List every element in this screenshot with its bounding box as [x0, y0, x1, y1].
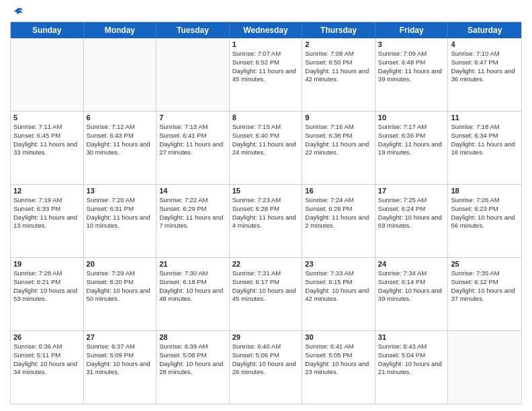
day-cell-27: 27Sunrise: 6:37 AM Sunset: 5:09 PM Dayli… [84, 331, 157, 404]
day-cell-8: 8Sunrise: 7:15 AM Sunset: 6:40 PM Daylig… [230, 111, 303, 184]
weekday-header-monday: Monday [84, 22, 157, 38]
day-cell-6: 6Sunrise: 7:12 AM Sunset: 6:43 PM Daylig… [84, 111, 157, 184]
day-info: Sunrise: 6:37 AM Sunset: 5:09 PM Dayligh… [87, 342, 154, 377]
day-number: 18 [451, 187, 519, 195]
day-number: 20 [87, 260, 154, 268]
weekday-header-friday: Friday [375, 22, 449, 38]
day-cell-19: 19Sunrise: 7:28 AM Sunset: 6:21 PM Dayli… [11, 258, 84, 330]
weekday-header-sunday: Sunday [11, 22, 84, 38]
day-cell-15: 15Sunrise: 7:23 AM Sunset: 6:28 PM Dayli… [230, 185, 303, 257]
day-cell-12: 12Sunrise: 7:19 AM Sunset: 6:33 PM Dayli… [11, 185, 84, 257]
day-cell-5: 5Sunrise: 7:11 AM Sunset: 6:45 PM Daylig… [11, 111, 84, 184]
day-info: Sunrise: 7:10 AM Sunset: 6:47 PM Dayligh… [451, 50, 519, 84]
day-number: 10 [378, 113, 445, 122]
day-number: 7 [159, 113, 226, 122]
day-number: 4 [451, 40, 519, 48]
calendar: SundayMondayTuesdayWednesdayThursdayFrid… [10, 21, 522, 404]
empty-cell [84, 38, 157, 111]
day-cell-13: 13Sunrise: 7:20 AM Sunset: 6:31 PM Dayli… [84, 185, 157, 257]
calendar-row-4: 26Sunrise: 6:36 AM Sunset: 5:11 PM Dayli… [11, 331, 521, 404]
day-info: Sunrise: 6:41 AM Sunset: 5:05 PM Dayligh… [305, 342, 372, 377]
day-info: Sunrise: 7:13 AM Sunset: 6:41 PM Dayligh… [159, 123, 226, 157]
day-cell-17: 17Sunrise: 7:25 AM Sunset: 6:24 PM Dayli… [375, 185, 449, 257]
day-number: 15 [232, 187, 300, 195]
day-cell-16: 16Sunrise: 7:24 AM Sunset: 6:26 PM Dayli… [302, 185, 375, 257]
day-number: 12 [13, 187, 81, 195]
day-info: Sunrise: 7:19 AM Sunset: 6:33 PM Dayligh… [13, 196, 81, 230]
day-info: Sunrise: 6:43 AM Sunset: 5:04 PM Dayligh… [378, 342, 445, 377]
day-cell-7: 7Sunrise: 7:13 AM Sunset: 6:41 PM Daylig… [157, 111, 230, 184]
empty-cell [11, 38, 84, 111]
day-info: Sunrise: 7:16 AM Sunset: 6:38 PM Dayligh… [305, 123, 372, 157]
calendar-header: SundayMondayTuesdayWednesdayThursdayFrid… [11, 22, 521, 38]
weekday-header-wednesday: Wednesday [230, 22, 303, 38]
day-number: 13 [87, 187, 154, 195]
day-number: 25 [451, 260, 519, 268]
day-cell-11: 11Sunrise: 7:18 AM Sunset: 6:34 PM Dayli… [448, 111, 521, 184]
day-info: Sunrise: 7:17 AM Sunset: 6:36 PM Dayligh… [378, 123, 445, 157]
empty-cell [157, 38, 230, 111]
weekday-header-tuesday: Tuesday [157, 22, 230, 38]
empty-cell [448, 331, 521, 404]
day-number: 2 [305, 40, 372, 48]
day-cell-23: 23Sunrise: 7:33 AM Sunset: 6:15 PM Dayli… [302, 258, 375, 330]
day-number: 28 [159, 333, 226, 341]
day-cell-21: 21Sunrise: 7:30 AM Sunset: 6:18 PM Dayli… [157, 258, 230, 330]
day-info: Sunrise: 7:18 AM Sunset: 6:34 PM Dayligh… [451, 123, 519, 157]
day-number: 24 [378, 260, 445, 268]
day-number: 14 [159, 187, 226, 195]
calendar-row-0: 1Sunrise: 7:07 AM Sunset: 6:52 PM Daylig… [11, 38, 521, 111]
day-number: 5 [13, 113, 81, 122]
day-number: 3 [378, 40, 445, 48]
day-cell-10: 10Sunrise: 7:17 AM Sunset: 6:36 PM Dayli… [375, 111, 449, 184]
page: SundayMondayTuesdayWednesdayThursdayFrid… [0, 0, 532, 411]
day-cell-3: 3Sunrise: 7:09 AM Sunset: 6:48 PM Daylig… [375, 38, 449, 111]
day-number: 30 [305, 333, 372, 341]
day-number: 1 [232, 40, 300, 48]
day-info: Sunrise: 7:15 AM Sunset: 6:40 PM Dayligh… [232, 123, 300, 157]
day-number: 11 [451, 113, 519, 122]
day-cell-14: 14Sunrise: 7:22 AM Sunset: 6:29 PM Dayli… [157, 185, 230, 257]
day-info: Sunrise: 7:23 AM Sunset: 6:28 PM Dayligh… [232, 196, 300, 230]
day-number: 9 [305, 113, 372, 122]
weekday-header-saturday: Saturday [448, 22, 521, 38]
day-info: Sunrise: 7:07 AM Sunset: 6:52 PM Dayligh… [232, 50, 300, 84]
day-info: Sunrise: 6:36 AM Sunset: 5:11 PM Dayligh… [13, 342, 81, 377]
day-info: Sunrise: 7:30 AM Sunset: 6:18 PM Dayligh… [159, 269, 226, 304]
day-cell-26: 26Sunrise: 6:36 AM Sunset: 5:11 PM Dayli… [11, 331, 84, 404]
day-cell-9: 9Sunrise: 7:16 AM Sunset: 6:38 PM Daylig… [302, 111, 375, 184]
logo-bird-icon [11, 7, 24, 19]
day-info: Sunrise: 7:29 AM Sunset: 6:20 PM Dayligh… [87, 269, 154, 304]
day-cell-22: 22Sunrise: 7:31 AM Sunset: 6:17 PM Dayli… [230, 258, 303, 330]
day-number: 17 [378, 187, 445, 195]
day-info: Sunrise: 7:25 AM Sunset: 6:24 PM Dayligh… [378, 196, 445, 230]
day-cell-20: 20Sunrise: 7:29 AM Sunset: 6:20 PM Dayli… [84, 258, 157, 330]
day-cell-28: 28Sunrise: 6:39 AM Sunset: 5:08 PM Dayli… [157, 331, 230, 404]
day-info: Sunrise: 7:12 AM Sunset: 6:43 PM Dayligh… [87, 123, 154, 157]
day-number: 31 [378, 333, 445, 341]
day-info: Sunrise: 7:26 AM Sunset: 6:23 PM Dayligh… [451, 196, 519, 230]
day-cell-29: 29Sunrise: 6:40 AM Sunset: 5:06 PM Dayli… [230, 331, 303, 404]
day-info: Sunrise: 7:09 AM Sunset: 6:48 PM Dayligh… [378, 50, 445, 84]
day-number: 23 [305, 260, 372, 268]
day-cell-1: 1Sunrise: 7:07 AM Sunset: 6:52 PM Daylig… [230, 38, 303, 111]
day-info: Sunrise: 7:35 AM Sunset: 6:12 PM Dayligh… [451, 269, 519, 304]
day-number: 16 [305, 187, 372, 195]
day-number: 26 [13, 333, 81, 341]
day-cell-25: 25Sunrise: 7:35 AM Sunset: 6:12 PM Dayli… [448, 258, 521, 330]
day-cell-24: 24Sunrise: 7:34 AM Sunset: 6:14 PM Dayli… [375, 258, 449, 330]
day-number: 19 [13, 260, 81, 268]
calendar-body: 1Sunrise: 7:07 AM Sunset: 6:52 PM Daylig… [11, 38, 521, 404]
header [10, 7, 522, 16]
calendar-row-2: 12Sunrise: 7:19 AM Sunset: 6:33 PM Dayli… [11, 185, 521, 258]
day-info: Sunrise: 7:33 AM Sunset: 6:15 PM Dayligh… [305, 269, 372, 304]
day-number: 21 [159, 260, 226, 268]
day-cell-2: 2Sunrise: 7:08 AM Sunset: 6:50 PM Daylig… [302, 38, 375, 111]
day-number: 27 [87, 333, 154, 341]
day-info: Sunrise: 7:20 AM Sunset: 6:31 PM Dayligh… [87, 196, 154, 230]
day-info: Sunrise: 7:34 AM Sunset: 6:14 PM Dayligh… [378, 269, 445, 304]
day-cell-18: 18Sunrise: 7:26 AM Sunset: 6:23 PM Dayli… [448, 185, 521, 257]
calendar-row-3: 19Sunrise: 7:28 AM Sunset: 6:21 PM Dayli… [11, 258, 521, 331]
day-cell-4: 4Sunrise: 7:10 AM Sunset: 6:47 PM Daylig… [448, 38, 521, 111]
day-info: Sunrise: 7:28 AM Sunset: 6:21 PM Dayligh… [13, 269, 81, 304]
